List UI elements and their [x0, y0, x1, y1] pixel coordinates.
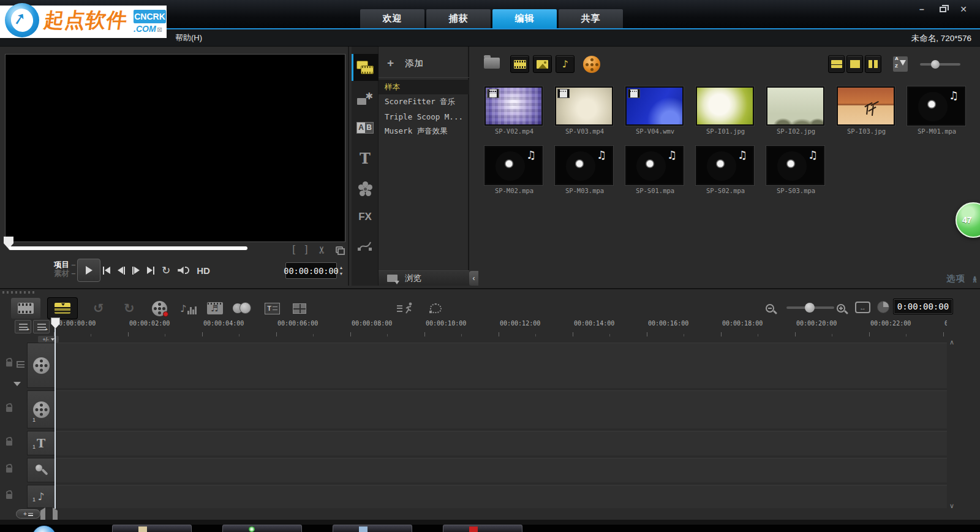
lock-icon[interactable] — [6, 494, 12, 499]
track-content-music-track[interactable] — [55, 485, 947, 508]
split-clip-icon[interactable]: ✂ — [316, 245, 328, 253]
view-thumbnail-button[interactable] — [865, 55, 881, 73]
track-manager-button[interactable]: + — [15, 320, 31, 333]
show-photos-button[interactable] — [533, 55, 552, 73]
repeat-button[interactable]: ↻ — [162, 264, 170, 276]
close-button[interactable]: ✕ — [958, 4, 969, 15]
mix-clips-button[interactable] — [233, 299, 251, 317]
media-item[interactable]: SP-S01.mpa — [620, 142, 690, 201]
play-button[interactable] — [77, 259, 100, 282]
browse-button[interactable]: 浏览 — [379, 270, 469, 286]
lock-icon[interactable] — [6, 407, 12, 412]
collapse-panel-button[interactable]: ‹ — [469, 271, 478, 286]
zoom-in-button[interactable] — [837, 299, 845, 317]
media-item[interactable]: SP-V04.wmv — [620, 82, 690, 142]
redo-button[interactable]: ↻ — [124, 299, 135, 317]
minimize-button[interactable]: – — [916, 4, 927, 15]
zoom-slider-thumb[interactable] — [805, 303, 815, 313]
media-item[interactable]: SP-V02.mp4 — [479, 82, 549, 142]
track-list-icon[interactable] — [17, 361, 24, 368]
media-item[interactable]: SP-M01.mpa — [902, 82, 972, 142]
nav-filter-button[interactable]: FX — [352, 203, 379, 230]
media-item[interactable]: SP-I01.jpg — [690, 82, 761, 142]
nav-instant-project-button[interactable] — [352, 86, 379, 113]
track-content-voice-track[interactable] — [55, 458, 947, 482]
media-item[interactable]: SP-S02.mpa — [690, 142, 761, 201]
sort-button[interactable]: AZ — [893, 56, 908, 72]
timeline-zoom-slider[interactable] — [786, 306, 834, 309]
enlarge-preview-icon[interactable] — [336, 246, 343, 253]
media-item[interactable]: SP-S03.mpa — [761, 142, 831, 201]
tab-edit[interactable]: 编辑 — [492, 9, 557, 28]
track-header-music-track[interactable]: ♪1 — [27, 485, 55, 508]
track-header-video-track[interactable] — [27, 343, 55, 388]
media-item[interactable]: SP-I03.jpg — [831, 82, 902, 142]
show-videos-button[interactable] — [510, 55, 529, 73]
hd-preview-button[interactable]: HD — [197, 265, 210, 276]
panel-grip[interactable] — [2, 291, 37, 294]
start-button[interactable] — [32, 525, 56, 532]
split-screen-template-button[interactable] — [293, 299, 306, 317]
nav-title-button[interactable]: T — [352, 145, 379, 172]
track-header-overlay-track[interactable]: 1 — [27, 390, 55, 428]
lock-icon[interactable] — [6, 468, 12, 473]
lock-icon[interactable] — [6, 441, 12, 446]
add-track-button[interactable]: + — [16, 509, 40, 519]
category-item[interactable]: Muserk 声音效果 — [379, 124, 469, 139]
source-project-label[interactable]: 项目 – — [54, 260, 75, 269]
lock-icon[interactable] — [6, 362, 12, 367]
tab-share[interactable]: 共享 — [559, 9, 623, 28]
auto-music-button[interactable] — [207, 299, 223, 317]
mask-creator-button[interactable] — [430, 299, 442, 317]
scrubber-bar[interactable] — [9, 246, 247, 250]
category-item[interactable]: 样本 — [379, 80, 469, 94]
volume-button[interactable] — [178, 267, 189, 274]
view-banner-button[interactable] — [828, 55, 845, 73]
track-content-video-track[interactable] — [55, 343, 947, 388]
next-frame-button[interactable] — [132, 267, 140, 275]
taskbar-item[interactable] — [443, 525, 522, 532]
media-item[interactable]: SP-M03.mpa — [549, 142, 620, 201]
motion-tracking-button[interactable] — [397, 299, 413, 317]
taskbar-item[interactable] — [333, 525, 412, 532]
nav-graphic-button[interactable] — [352, 175, 379, 202]
track-content-title-track[interactable] — [55, 431, 947, 455]
add-category-button[interactable]: + 添加 — [379, 53, 469, 74]
preview-timecode[interactable]: 00:00:00:00 — [285, 262, 337, 279]
storyboard-view-button[interactable] — [11, 298, 40, 319]
track-content-overlay-track[interactable] — [55, 390, 947, 428]
mark-out-button[interactable]: ] — [305, 243, 308, 256]
category-item[interactable]: Triple Scoop M... — [379, 109, 469, 124]
category-item[interactable]: ScoreFitter 音乐 — [379, 94, 469, 109]
preview-screen[interactable] — [5, 54, 345, 242]
track-manager-alt-button[interactable]: + — [33, 320, 50, 333]
project-duration-icon[interactable] — [877, 301, 889, 313]
import-folder-icon[interactable] — [484, 58, 500, 69]
timeline-view-button[interactable] — [48, 298, 77, 319]
previous-frame-button[interactable] — [118, 267, 125, 275]
timeline-timecode[interactable]: 0:00:00:00 — [893, 298, 953, 314]
thumbnail-size-slider[interactable] — [920, 63, 960, 66]
motion-reel-icon[interactable] — [583, 56, 600, 73]
menu-help[interactable]: 帮助(H) — [175, 32, 202, 44]
tab-capture[interactable]: 捕获 — [426, 9, 491, 28]
timecode-spinner[interactable]: ▲▼ — [337, 262, 345, 279]
sound-mixer-button[interactable]: ♪ — [180, 299, 197, 317]
go-to-start-button[interactable] — [103, 267, 110, 275]
nav-transition-button[interactable]: AB — [352, 114, 379, 141]
options-button[interactable]: 选项 ∧∧ — [900, 272, 980, 286]
show-audio-button[interactable]: ♪ — [556, 55, 575, 73]
restore-button[interactable] — [937, 4, 948, 15]
undo-button[interactable]: ↺ — [93, 299, 104, 317]
track-expand-caret[interactable] — [13, 382, 21, 386]
slider-thumb[interactable] — [931, 60, 940, 69]
subtitle-editor-button[interactable]: T — [265, 299, 280, 317]
track-header-title-track[interactable]: T1 — [27, 431, 55, 455]
media-item[interactable]: SP-V03.mp4 — [549, 82, 620, 142]
taskbar-item[interactable] — [222, 525, 302, 532]
fit-project-button[interactable]: ↔ — [855, 302, 870, 313]
timeline-vertical-scrollbar[interactable]: ∧∨ — [948, 338, 957, 510]
media-item[interactable]: SP-I02.jpg — [761, 82, 831, 142]
nav-motion-path-button[interactable] — [352, 232, 379, 259]
timeline-ruler[interactable]: 00:00:00:0000:00:02:0000:00:04:0000:00:0… — [51, 319, 947, 337]
